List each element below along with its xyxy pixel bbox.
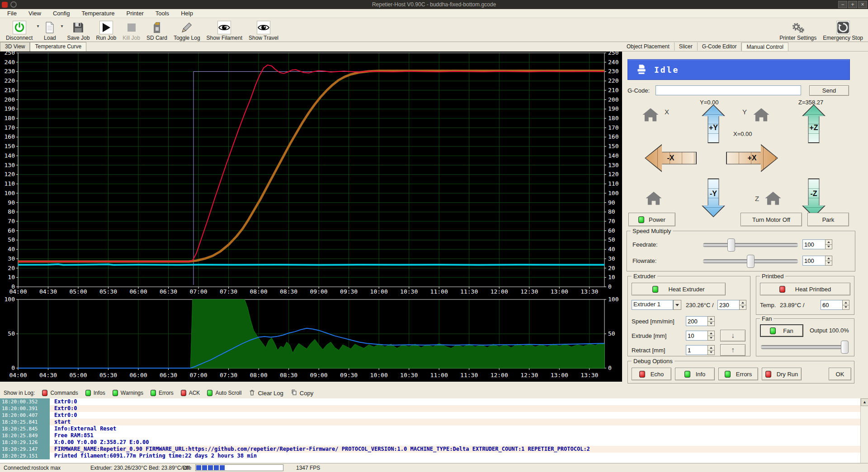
show-travel-button[interactable]: Show Travel: [245, 18, 282, 42]
minimize-icon[interactable]: −: [838, 1, 847, 8]
jog-plus-z-button[interactable]: +Z: [802, 104, 826, 143]
info-led: [684, 371, 690, 378]
menu-help[interactable]: Help: [181, 10, 193, 17]
emergency-stop-button[interactable]: Emergency Stop: [820, 18, 866, 42]
log-timestamp: 18:20:29.126: [0, 439, 50, 446]
checkbox-led[interactable]: [151, 390, 156, 396]
home-z-button[interactable]: [765, 191, 781, 206]
spin-up-icon[interactable]: [825, 256, 832, 261]
log-filter-errors[interactable]: Errors: [151, 390, 174, 396]
jog-minus-z-button[interactable]: -Z: [802, 178, 826, 217]
tab-temperature-curve[interactable]: Temperature Curve: [30, 42, 86, 51]
checkbox-led[interactable]: [113, 390, 118, 396]
debug-info-button[interactable]: Info: [675, 368, 715, 380]
x-tick-label: 07:30: [220, 372, 237, 379]
jog-minus-x-button[interactable]: -X: [645, 144, 697, 172]
clear-log-button[interactable]: Clear Log: [249, 389, 283, 397]
svg-text:90: 90: [608, 199, 615, 206]
checkbox-led[interactable]: [207, 390, 212, 396]
menu-printer[interactable]: Printer: [126, 10, 143, 17]
tab-object-placement[interactable]: Object Placement: [622, 42, 675, 51]
log-timestamp: 18:20:00.391: [0, 405, 50, 412]
kill-job-button: Kill Job: [119, 18, 143, 42]
home-y-button[interactable]: [753, 107, 769, 122]
menu-temperature[interactable]: Temperature: [81, 10, 114, 17]
maximize-icon[interactable]: +: [848, 1, 857, 8]
log-filter-commands[interactable]: Commands: [42, 390, 78, 396]
close-icon[interactable]: ×: [858, 1, 867, 8]
svg-text:70: 70: [8, 218, 15, 224]
menu-file[interactable]: File: [7, 10, 17, 17]
load-dropdown-caret-icon[interactable]: ▾: [60, 18, 64, 33]
svg-text:50: 50: [8, 236, 15, 243]
checkbox-led[interactable]: [42, 390, 47, 396]
disconnect-dropdown-caret-icon[interactable]: ▾: [36, 18, 40, 33]
jog-plus-y-button[interactable]: +Y: [702, 104, 725, 143]
fan-button[interactable]: Fan: [760, 324, 803, 337]
tab-g-code-editor[interactable]: G-Code Editor: [698, 42, 742, 51]
spin-down-icon[interactable]: [825, 244, 832, 250]
log-scrollbar[interactable]: ▲: [860, 398, 868, 463]
svg-text:220: 220: [608, 77, 618, 84]
flowrate-slider[interactable]: [703, 259, 798, 263]
send-button[interactable]: Send: [809, 85, 849, 96]
home-all-button[interactable]: [646, 191, 662, 206]
jog-minus-y-button[interactable]: -Y: [702, 178, 725, 217]
debug-echo-button[interactable]: Echo: [632, 368, 671, 380]
status-banner-label: Idle: [654, 65, 679, 75]
log-filter-ack[interactable]: ACK: [181, 390, 200, 396]
jog-plus-x-button[interactable]: +X: [726, 144, 778, 172]
feedrate-slider[interactable]: [703, 243, 798, 247]
flowrate-slider-thumb[interactable]: [747, 255, 755, 268]
log-filter-infos[interactable]: Infos: [85, 390, 105, 396]
log-filter-auto-scroll[interactable]: Auto Scroll: [207, 390, 241, 396]
fan-slider[interactable]: [761, 345, 849, 349]
svg-text:120: 120: [608, 171, 618, 178]
menu-tools[interactable]: Tools: [156, 10, 169, 17]
heat-extruder-button[interactable]: Heat Extruder: [632, 283, 726, 295]
tab-manual-control[interactable]: Manual Control: [741, 42, 788, 51]
checkbox-led[interactable]: [85, 390, 91, 396]
chevron-down-icon[interactable]: [673, 300, 681, 310]
feedrate-slider-thumb[interactable]: [727, 238, 735, 252]
checkbox-led[interactable]: [181, 390, 186, 396]
park-button[interactable]: Park: [807, 213, 849, 226]
menu-bar: FileViewConfigTemperaturePrinterToolsHel…: [0, 9, 868, 18]
fan-led: [770, 327, 776, 334]
debug-dry-run-button[interactable]: Dry Run: [762, 368, 802, 380]
sd-card-button[interactable]: SD Card: [143, 18, 170, 42]
toggle-log-button[interactable]: Toggle Log: [170, 18, 203, 42]
run-job-button[interactable]: Run Job: [93, 18, 119, 42]
svg-text:150: 150: [608, 143, 618, 150]
x-coordinate: X=0.00: [733, 131, 752, 137]
load-button[interactable]: Load: [40, 18, 60, 42]
retract-button[interactable]: ↑: [720, 344, 745, 356]
gcode-input[interactable]: [656, 85, 801, 95]
heat-printbed-button[interactable]: Heat Printbed: [760, 283, 850, 295]
tab-3d-view[interactable]: 3D View: [0, 42, 30, 51]
show-filament-button[interactable]: Show Filament: [203, 18, 245, 42]
save-job-button[interactable]: Save Job: [64, 18, 93, 42]
debug-errors-button[interactable]: Errors: [718, 368, 758, 380]
copy-button[interactable]: Copy: [291, 389, 313, 397]
extruder-selector[interactable]: Extruder 1: [632, 300, 681, 310]
printer-settings-button[interactable]: Printer Settings: [776, 18, 820, 42]
log-filter-warnings[interactable]: Warnings: [113, 390, 143, 396]
ok-button[interactable]: OK: [829, 368, 851, 380]
disconnect-button[interactable]: Disconnect: [3, 18, 36, 42]
menu-config[interactable]: Config: [53, 10, 70, 17]
extrude-button[interactable]: ↓: [720, 330, 745, 341]
tab-slicer[interactable]: Slicer: [675, 42, 698, 51]
turn-motor-off-button[interactable]: Turn Motor Off: [741, 213, 802, 226]
power-button[interactable]: Power: [628, 213, 675, 226]
scroll-up-icon[interactable]: ▲: [861, 398, 868, 406]
svg-text:150: 150: [5, 143, 15, 150]
menu-view[interactable]: View: [28, 10, 41, 17]
toolbar-button-label: Show Travel: [249, 35, 278, 41]
fan-slider-thumb[interactable]: [841, 341, 849, 354]
sdcard-icon: [150, 21, 164, 34]
spin-up-icon[interactable]: [825, 239, 832, 244]
spin-down-icon[interactable]: [825, 261, 832, 266]
retract-spinner: [686, 345, 715, 355]
home-x-button[interactable]: [642, 107, 659, 122]
